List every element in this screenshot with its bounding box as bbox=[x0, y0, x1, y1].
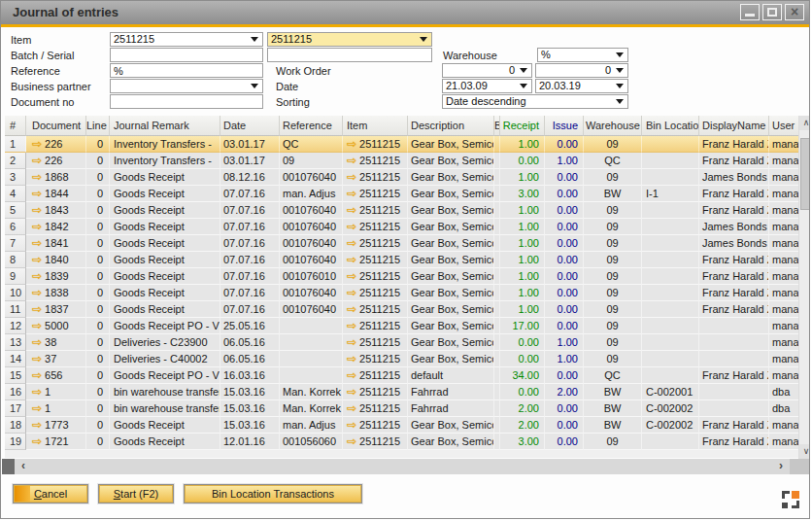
table-row[interactable]: 5⇨18430Goods Receipt07.07.16001076040⇨25… bbox=[5, 202, 799, 219]
bin-location-transactions-button[interactable]: Bin Location Transactions bbox=[184, 484, 362, 504]
titlebar[interactable]: Journal of entries × bbox=[1, 1, 809, 24]
table-row[interactable]: 7⇨18410Goods Receipt07.07.16001076040⇨25… bbox=[5, 235, 799, 252]
link-arrow-icon[interactable]: ⇨ bbox=[32, 220, 42, 233]
link-arrow-icon[interactable]: ⇨ bbox=[347, 434, 356, 448]
link-arrow-icon[interactable]: ⇨ bbox=[347, 335, 356, 349]
link-arrow-icon[interactable]: ⇨ bbox=[347, 352, 356, 365]
link-arrow-icon[interactable]: ⇨ bbox=[347, 269, 356, 283]
business-partner-combo[interactable] bbox=[110, 79, 263, 93]
reference-input[interactable] bbox=[110, 63, 263, 78]
link-arrow-icon[interactable]: ⇨ bbox=[347, 368, 356, 382]
maximize-button[interactable] bbox=[762, 4, 782, 20]
link-arrow-icon[interactable]: ⇨ bbox=[347, 253, 356, 266]
link-arrow-icon[interactable]: ⇨ bbox=[32, 434, 42, 448]
link-arrow-icon[interactable]: ⇨ bbox=[347, 220, 356, 233]
batch-serial-input[interactable] bbox=[110, 48, 263, 62]
cell-num[interactable]: 5 bbox=[5, 202, 26, 219]
link-arrow-icon[interactable]: ⇨ bbox=[32, 286, 42, 299]
table-row[interactable]: 4⇨18440Goods Receipt07.07.16man. Adjus⇨2… bbox=[5, 186, 799, 202]
table-row[interactable]: 2⇨2260Inventory Transfers -03.01.1709⇨25… bbox=[5, 153, 799, 169]
link-arrow-icon[interactable]: ⇨ bbox=[32, 154, 42, 167]
cell-num[interactable]: 14 bbox=[5, 351, 26, 367]
link-arrow-icon[interactable]: ⇨ bbox=[32, 401, 42, 415]
link-arrow-icon[interactable]: ⇨ bbox=[32, 170, 42, 184]
work-order-to-combo[interactable]: 0 bbox=[535, 63, 628, 78]
cell-num[interactable]: 15 bbox=[5, 367, 26, 384]
link-arrow-icon[interactable]: ⇨ bbox=[347, 170, 356, 184]
cell-num[interactable]: 7 bbox=[5, 235, 26, 252]
close-button[interactable]: × bbox=[785, 4, 804, 20]
start-button[interactable]: Start (F2) bbox=[98, 484, 174, 504]
table-row[interactable]: 9⇨18390Goods Receipt07.07.16001076010⇨25… bbox=[5, 268, 799, 285]
link-arrow-icon[interactable]: ⇨ bbox=[32, 236, 42, 250]
table-row[interactable]: 14⇨370Deliveries - C4000206.05.16⇨251121… bbox=[5, 351, 799, 367]
cell-num[interactable]: 4 bbox=[5, 186, 26, 202]
column-header-line[interactable]: Line bbox=[86, 116, 110, 136]
table-row[interactable]: 3⇨18680Goods Receipt08.12.16001076040⇨25… bbox=[5, 169, 799, 186]
scroll-up-icon[interactable]: ∧ bbox=[799, 116, 810, 130]
table-row[interactable]: 16⇨10bin warehouse transfer15.03.16Man. … bbox=[5, 384, 799, 400]
link-arrow-icon[interactable]: ⇨ bbox=[347, 286, 356, 299]
link-arrow-icon[interactable]: ⇨ bbox=[32, 253, 42, 266]
cell-num[interactable]: 19 bbox=[5, 434, 26, 450]
link-arrow-icon[interactable]: ⇨ bbox=[32, 137, 42, 151]
scroll-left-icon[interactable]: ‹ bbox=[15, 459, 32, 474]
cell-num[interactable]: 3 bbox=[5, 169, 26, 186]
column-header-user[interactable]: User bbox=[769, 116, 799, 136]
cell-num[interactable]: 11 bbox=[5, 301, 26, 318]
table-row[interactable]: 11⇨18370Goods Receipt07.07.16001076040⇨2… bbox=[5, 301, 799, 318]
work-order-from-combo[interactable]: 0 bbox=[442, 63, 532, 78]
cell-num[interactable]: 6 bbox=[5, 219, 26, 235]
link-arrow-icon[interactable]: ⇨ bbox=[32, 302, 42, 316]
table-row[interactable]: 6⇨18420Goods Receipt07.07.16001076040⇨25… bbox=[5, 219, 799, 235]
date-to-combo[interactable]: 20.03.19 bbox=[535, 79, 628, 93]
column-header-num[interactable]: # bbox=[5, 116, 26, 136]
link-arrow-icon[interactable]: ⇨ bbox=[347, 154, 356, 167]
link-arrow-icon[interactable]: ⇨ bbox=[347, 401, 356, 415]
form-resize-icon[interactable] bbox=[782, 491, 799, 508]
column-header-remark[interactable]: Journal Remark bbox=[110, 116, 220, 136]
link-arrow-icon[interactable]: ⇨ bbox=[32, 335, 42, 349]
vertical-scrollbar-thumb[interactable] bbox=[800, 138, 810, 210]
batch-serial-to-input[interactable] bbox=[267, 48, 432, 62]
cell-num[interactable]: 2 bbox=[5, 153, 26, 169]
column-header-bin_location[interactable]: Bin Location bbox=[642, 116, 699, 136]
link-arrow-icon[interactable]: ⇨ bbox=[347, 385, 356, 399]
column-header-display_name[interactable]: DisplayName bbox=[699, 116, 769, 136]
sorting-combo[interactable]: Date descending bbox=[442, 94, 628, 109]
table-row[interactable]: 17⇨10bin warehouse transfer15.03.16Man. … bbox=[5, 400, 799, 417]
column-header-document[interactable]: Document bbox=[26, 116, 86, 136]
link-arrow-icon[interactable]: ⇨ bbox=[32, 418, 42, 432]
column-header-date[interactable]: Date bbox=[220, 116, 280, 136]
table-row[interactable]: 1⇨2260Inventory Transfers -03.01.17QC⇨25… bbox=[5, 136, 799, 153]
table-row[interactable]: 18⇨17730Goods Receipt15.03.16man. Adjus⇨… bbox=[5, 417, 799, 434]
table-row[interactable]: 12⇨50000Goods Receipt PO - V2025.05.16⇨2… bbox=[5, 318, 799, 334]
item-combo[interactable]: 2511215 bbox=[110, 32, 263, 47]
link-arrow-icon[interactable]: ⇨ bbox=[347, 203, 356, 217]
link-arrow-icon[interactable]: ⇨ bbox=[347, 302, 356, 316]
cell-num[interactable]: 16 bbox=[5, 384, 26, 400]
scroll-down-icon[interactable]: ∨ bbox=[799, 444, 810, 459]
minimize-button[interactable] bbox=[740, 4, 760, 20]
cell-num[interactable]: 17 bbox=[5, 400, 26, 417]
column-header-item[interactable]: Item bbox=[343, 116, 408, 136]
cell-num[interactable]: 9 bbox=[5, 268, 26, 285]
table-row[interactable]: 19⇨17210Goods Receipt12.01.16001056060⇨2… bbox=[5, 434, 799, 450]
column-header-issue[interactable]: Issue bbox=[545, 116, 584, 136]
table-row[interactable]: 15⇨6560Goods Receipt PO - V1016.03.16⇨25… bbox=[5, 367, 799, 384]
link-arrow-icon[interactable]: ⇨ bbox=[347, 236, 356, 250]
cancel-button[interactable]: Cancel bbox=[13, 484, 88, 504]
column-header-receipt[interactable]: Receipt bbox=[500, 116, 545, 136]
date-from-combo[interactable]: 21.03.09 bbox=[442, 79, 532, 93]
column-header-description[interactable]: Description bbox=[408, 116, 494, 136]
link-arrow-icon[interactable]: ⇨ bbox=[32, 319, 42, 332]
cell-num[interactable]: 1 bbox=[5, 136, 26, 153]
table-row[interactable]: 8⇨18400Goods Receipt07.07.16001076040⇨25… bbox=[5, 252, 799, 268]
link-arrow-icon[interactable]: ⇨ bbox=[32, 385, 42, 399]
cell-num[interactable]: 13 bbox=[5, 334, 26, 351]
scroll-right-icon[interactable]: › bbox=[772, 459, 790, 474]
column-header-warehouse[interactable]: Warehouse bbox=[584, 116, 642, 136]
cell-num[interactable]: 10 bbox=[5, 285, 26, 301]
item-to-combo[interactable]: 2511215 bbox=[267, 32, 432, 47]
warehouse-combo[interactable]: % bbox=[537, 48, 628, 62]
